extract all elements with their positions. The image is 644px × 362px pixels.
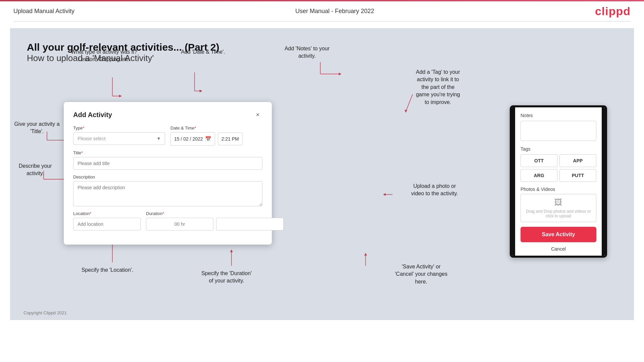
modal-title: Add Activity bbox=[73, 111, 112, 119]
title-group: Title* bbox=[73, 150, 262, 170]
save-activity-button[interactable]: Save Activity bbox=[521, 227, 596, 242]
svg-marker-21 bbox=[404, 110, 407, 113]
duration-fields bbox=[146, 218, 284, 230]
ann-tag: Add a 'Tag' to youractivity to link it t… bbox=[396, 68, 480, 106]
photo-drop-text: Drag and Drop photos and videos orclick … bbox=[526, 209, 591, 218]
ann-describe: Describe youractivity. bbox=[13, 162, 57, 177]
title-label: Title* bbox=[73, 150, 262, 155]
svg-marker-2 bbox=[119, 95, 122, 97]
ann-notes: Add 'Notes' to youractivity. bbox=[272, 45, 342, 60]
desc-textarea[interactable] bbox=[73, 181, 262, 206]
date-value: 15 / 02 / 2022 bbox=[174, 136, 203, 142]
location-label: Location* bbox=[73, 211, 141, 216]
phone-inner: Notes Tags OTT APP ARG PUTT Photos & Vid… bbox=[515, 107, 602, 242]
tags-section-label: Tags bbox=[521, 146, 596, 152]
ann-date-time: Add 'Date & Time'. bbox=[171, 48, 235, 56]
svg-marker-16 bbox=[230, 250, 233, 252]
chevron-down-icon: ▼ bbox=[157, 136, 161, 141]
photo-drop-zone[interactable]: 🖼 Drag and Drop photos and videos orclic… bbox=[521, 194, 596, 222]
svg-marker-5 bbox=[200, 90, 202, 92]
ann-upload: Upload a photo orvideo to the activity. bbox=[396, 183, 473, 198]
datetime-fields: 15 / 02 / 2022 📅 2:21 PM bbox=[170, 132, 262, 146]
top-bar: Upload Manual Activity User Manual - Feb… bbox=[0, 0, 644, 21]
ann-duration: Specify the 'Duration'of your activity. bbox=[188, 270, 265, 285]
location-duration-row: Location* Duration* bbox=[73, 211, 262, 230]
ann-location: Specify the 'Location'. bbox=[77, 266, 138, 274]
modal-header: Add Activity × bbox=[73, 110, 262, 119]
svg-marker-25 bbox=[364, 253, 367, 256]
location-input[interactable] bbox=[73, 218, 141, 230]
type-date-row: Type* Please select ▼ Date & Time* 15 / … bbox=[73, 125, 262, 146]
desc-group: Description bbox=[73, 174, 262, 206]
ann-activity-type: What type of activity was it?Lesson, Chi… bbox=[67, 48, 141, 63]
add-activity-modal: Add Activity × Type* Please select ▼ Dat… bbox=[64, 102, 272, 245]
phone-mockup: Notes Tags OTT APP ARG PUTT Photos & Vid… bbox=[510, 105, 607, 258]
close-button[interactable]: × bbox=[253, 110, 262, 119]
type-group: Type* Please select ▼ bbox=[73, 125, 165, 146]
time-value: 2:21 PM bbox=[221, 136, 239, 142]
duration-group: Duration* bbox=[146, 211, 284, 230]
duration-label: Duration* bbox=[146, 211, 284, 216]
header-divider bbox=[13, 21, 631, 21]
tag-putt[interactable]: PUTT bbox=[559, 169, 596, 182]
tag-app[interactable]: APP bbox=[559, 154, 596, 167]
notes-textarea[interactable] bbox=[521, 121, 596, 141]
tag-arg[interactable]: ARG bbox=[521, 169, 557, 182]
photo-icon: 🖼 bbox=[554, 198, 562, 207]
svg-marker-23 bbox=[383, 193, 386, 196]
tags-grid: OTT APP ARG PUTT bbox=[521, 154, 596, 182]
duration-hr-input[interactable] bbox=[146, 218, 213, 230]
title-input[interactable] bbox=[73, 157, 262, 170]
cancel-link[interactable]: Cancel bbox=[512, 242, 605, 256]
duration-min-input[interactable] bbox=[216, 218, 284, 230]
calendar-icon: 📅 bbox=[205, 136, 211, 142]
desc-label: Description bbox=[73, 174, 262, 179]
svg-marker-19 bbox=[339, 73, 341, 75]
type-placeholder: Please select bbox=[78, 136, 105, 141]
desc-row: Description bbox=[73, 174, 262, 206]
ann-save-cancel: 'Save Activity' or'Cancel' your changesh… bbox=[379, 263, 463, 286]
notes-section-label: Notes bbox=[521, 113, 596, 118]
datetime-group: Date & Time* 15 / 02 / 2022 📅 2:21 PM bbox=[170, 125, 262, 146]
main-content: All your golf-relevant activities... (Pa… bbox=[10, 28, 634, 320]
footer-copyright: Copyright Clippd 2021 bbox=[23, 310, 67, 315]
date-field[interactable]: 15 / 02 / 2022 📅 bbox=[170, 132, 215, 146]
title-row: Title* bbox=[73, 150, 262, 170]
tag-ott[interactable]: OTT bbox=[521, 154, 557, 167]
type-label: Type* bbox=[73, 125, 165, 131]
type-select[interactable]: Please select ▼ bbox=[73, 132, 165, 145]
logo: clippd bbox=[595, 5, 631, 18]
location-group: Location* bbox=[73, 211, 141, 230]
photos-label: Photos & Videos bbox=[521, 187, 596, 192]
ann-title: Give your activity a'Title'. bbox=[13, 120, 60, 136]
page-label: Upload Manual Activity bbox=[13, 8, 75, 15]
time-field[interactable]: 2:21 PM bbox=[218, 133, 243, 145]
doc-title: User Manual - February 2022 bbox=[295, 8, 374, 15]
datetime-label: Date & Time* bbox=[170, 125, 262, 131]
